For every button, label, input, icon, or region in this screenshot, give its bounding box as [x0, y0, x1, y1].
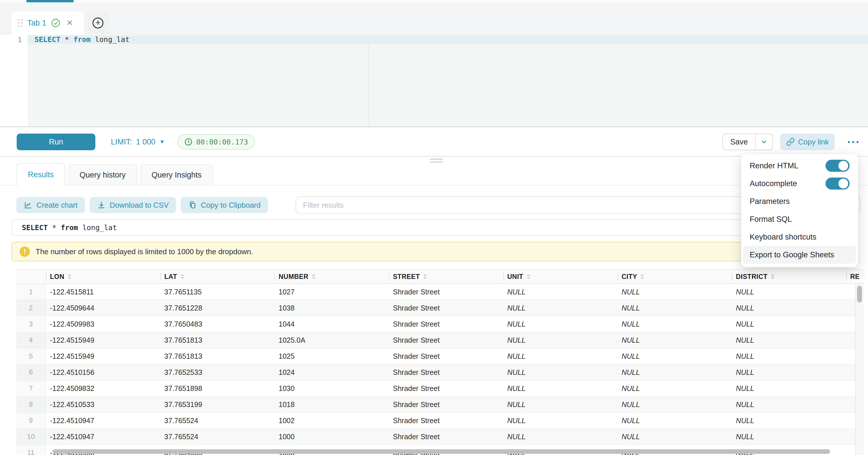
column-header-number[interactable]: NUMBER [275, 270, 389, 283]
cell-city[interactable]: NULL [618, 284, 732, 300]
cell-street[interactable]: Shrader Street [389, 316, 503, 332]
column-header-unit[interactable]: UNIT [503, 270, 618, 283]
table-row[interactable]: 10-122.451094737.7655241000Shrader Stree… [17, 429, 855, 445]
cell-number[interactable]: 1018 [275, 397, 389, 412]
cell-district[interactable]: NULL [732, 381, 846, 396]
sort-icon[interactable] [641, 274, 644, 279]
copy-link-button[interactable]: Copy link [780, 133, 835, 150]
cell-re[interactable] [846, 413, 855, 428]
sort-icon[interactable] [771, 274, 774, 279]
cell-street[interactable]: Shrader Street [389, 413, 503, 428]
cell-lon[interactable]: -122.4510533 [46, 397, 160, 412]
cell-unit[interactable]: NULL [503, 332, 618, 348]
render-html-toggle[interactable] [826, 160, 849, 172]
vertical-scrollbar-thumb[interactable] [857, 286, 862, 302]
new-tab-button[interactable]: + [87, 11, 108, 34]
cell-lat[interactable]: 37.7651228 [160, 300, 275, 316]
cell-re[interactable] [846, 365, 855, 380]
column-header-lat[interactable]: LAT [160, 270, 275, 283]
cell-unit[interactable]: NULL [503, 365, 618, 380]
cell-lat[interactable]: 37.7652533 [160, 365, 275, 380]
sql-editor[interactable]: 1 SELECT * from long_lat [0, 34, 868, 127]
cell-lon[interactable]: -122.4510947 [46, 429, 160, 444]
cell-street[interactable]: Shrader Street [389, 332, 503, 348]
autocomplete-toggle[interactable] [826, 178, 849, 189]
menu-item-render-html[interactable]: Render HTML [743, 157, 856, 175]
cell-district[interactable]: NULL [732, 429, 846, 444]
column-header-city[interactable]: CITY [618, 270, 732, 283]
cell-street[interactable]: Shrader Street [389, 348, 503, 364]
cell-number[interactable]: 1025 [275, 348, 389, 364]
cell-district[interactable]: NULL [732, 413, 846, 428]
tab-1[interactable]: Tab 1 ✕ [11, 11, 84, 34]
cell-number[interactable]: 1038 [275, 300, 389, 316]
cell-number[interactable]: 1002 [275, 413, 389, 428]
horizontal-scrollbar-thumb[interactable] [53, 449, 830, 454]
cell-city[interactable]: NULL [618, 316, 732, 332]
cell-city[interactable]: NULL [618, 300, 732, 316]
cell-re[interactable] [846, 429, 855, 444]
cell-city[interactable]: NULL [618, 397, 732, 412]
cell-district[interactable]: NULL [732, 284, 846, 300]
save-options-button[interactable] [755, 134, 772, 150]
cell-number[interactable]: 1030 [275, 381, 389, 396]
table-row[interactable]: 7-122.450983237.76518981030Shrader Stree… [17, 381, 855, 397]
cell-unit[interactable]: NULL [503, 316, 618, 332]
sort-icon[interactable] [181, 274, 184, 279]
tab-query-history[interactable]: Query history [68, 164, 137, 185]
tab-results[interactable]: Results [17, 163, 65, 186]
cell-re[interactable] [846, 332, 855, 348]
cell-lon[interactable]: -122.4510156 [46, 365, 160, 380]
sort-icon[interactable] [527, 274, 530, 279]
cell-re[interactable] [846, 348, 855, 364]
cell-street[interactable]: Shrader Street [389, 397, 503, 412]
cell-re[interactable] [846, 300, 855, 316]
cell-number[interactable]: 1044 [275, 316, 389, 332]
menu-item-autocomplete[interactable]: Autocomplete [743, 175, 856, 192]
menu-item-parameters[interactable]: Parameters [743, 192, 856, 210]
sort-icon[interactable] [312, 274, 315, 279]
editor-empty-area[interactable] [28, 44, 868, 126]
sort-icon[interactable] [423, 274, 427, 279]
cell-re[interactable] [846, 445, 855, 455]
cell-lon[interactable]: -122.4509832 [46, 381, 160, 396]
drag-grip-icon[interactable] [18, 19, 23, 27]
cell-city[interactable]: NULL [618, 429, 732, 444]
cell-number[interactable]: 1024 [275, 365, 389, 380]
cell-unit[interactable]: NULL [503, 413, 618, 428]
vertical-scrollbar[interactable] [855, 284, 864, 455]
cell-unit[interactable]: NULL [503, 429, 618, 444]
cell-lat[interactable]: 37.7651813 [160, 332, 275, 348]
menu-item-format-sql[interactable]: Format SQL [743, 210, 856, 228]
table-row[interactable]: 6-122.451015637.76525331024Shrader Stree… [17, 365, 855, 381]
close-tab-icon[interactable]: ✕ [66, 19, 73, 27]
cell-number[interactable]: 1000 [275, 429, 389, 444]
cell-unit[interactable]: NULL [503, 284, 618, 300]
cell-city[interactable]: NULL [618, 348, 732, 364]
cell-city[interactable]: NULL [618, 413, 732, 428]
cell-lon[interactable]: -122.4509644 [46, 300, 160, 316]
cell-lat[interactable]: 37.7651135 [160, 284, 275, 300]
cell-lat[interactable]: 37.7651813 [160, 348, 275, 364]
editor-active-line[interactable]: SELECT * from long_lat [28, 35, 868, 44]
cell-lon[interactable]: -122.4515949 [46, 332, 160, 348]
cell-lat[interactable]: 37.7651898 [160, 381, 275, 396]
cell-district[interactable]: NULL [732, 397, 846, 412]
cell-district[interactable]: NULL [732, 316, 846, 332]
cell-lat[interactable]: 37.765524 [160, 429, 275, 444]
cell-district[interactable]: NULL [732, 348, 846, 364]
cell-unit[interactable]: NULL [503, 397, 618, 412]
table-row[interactable]: 2-122.450964437.76512281038Shrader Stree… [17, 300, 855, 316]
download-csv-button[interactable]: Download to CSV [90, 197, 176, 213]
cell-unit[interactable]: NULL [503, 300, 618, 316]
table-row[interactable]: 8-122.451053337.76531991018Shrader Stree… [17, 397, 855, 413]
cell-district[interactable]: NULL [732, 365, 846, 380]
cell-street[interactable]: Shrader Street [389, 300, 503, 316]
cell-city[interactable]: NULL [618, 332, 732, 348]
cell-lon[interactable]: -122.4510947 [46, 413, 160, 428]
sort-icon[interactable] [68, 274, 71, 279]
table-row[interactable]: 4-122.451594937.76518131025.0AShrader St… [17, 332, 855, 348]
column-header-lon[interactable]: LON [46, 270, 160, 283]
cell-street[interactable]: Shrader Street [389, 381, 503, 396]
panel-resize-handle[interactable] [430, 158, 443, 162]
